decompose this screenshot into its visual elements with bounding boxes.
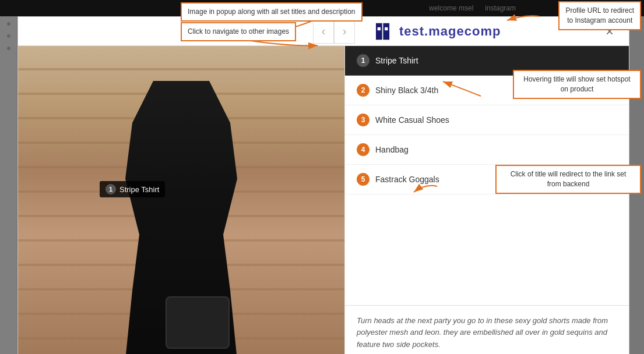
brand-name: test.magecomp bbox=[399, 24, 501, 39]
hotspot-number: 1 bbox=[105, 184, 116, 194]
product-description: Turn heads at the next party you go to i… bbox=[345, 305, 629, 354]
annotation-click: Click of title will redirect to the link… bbox=[495, 165, 641, 194]
product-num-1: 1 bbox=[357, 54, 369, 67]
product-item-4[interactable]: 4 Handbag bbox=[345, 135, 629, 165]
brand-logo: test.magecomp bbox=[376, 22, 501, 41]
nav-arrows: ‹ › bbox=[313, 19, 355, 44]
product-name-4: Handbag bbox=[375, 145, 409, 154]
annotation-profile-url: Profile URL to redirect to Instagram acc… bbox=[558, 1, 641, 30]
hotspot-label: 1 Stripe Tshirt bbox=[100, 181, 165, 197]
product-num-4: 4 bbox=[357, 143, 369, 156]
svg-rect-3 bbox=[385, 27, 388, 30]
annotation-navigate: Click to navigate to other images bbox=[181, 22, 296, 41]
svg-rect-1 bbox=[383, 23, 389, 39]
svg-rect-0 bbox=[376, 23, 382, 39]
product-name-2: Shiny Black 3/4th bbox=[375, 86, 438, 95]
prev-arrow-button[interactable]: ‹ bbox=[313, 19, 334, 44]
product-item-3[interactable]: 3 White Casual Shoes bbox=[345, 105, 629, 135]
image-panel: 1 Stripe Tshirt bbox=[18, 46, 344, 354]
logo-icon bbox=[376, 22, 395, 41]
svg-rect-2 bbox=[378, 27, 381, 30]
product-num-2: 2 bbox=[357, 84, 369, 97]
next-arrow-button[interactable]: › bbox=[334, 19, 355, 44]
bag-shape bbox=[166, 296, 230, 349]
annotation-popup: Image in popup along with all set titles… bbox=[181, 2, 363, 22]
product-name-3: White Casual Shoes bbox=[375, 115, 449, 125]
product-name-5: Fastrack Goggals bbox=[375, 175, 439, 184]
annotation-hover: Hovering title will show set hotspot on … bbox=[513, 70, 641, 99]
product-num-3: 3 bbox=[357, 114, 369, 126]
product-name-1: Stripe Tshirt bbox=[375, 56, 418, 65]
product-num-5: 5 bbox=[357, 173, 369, 186]
hotspot-title: Stripe Tshirt bbox=[119, 185, 159, 194]
